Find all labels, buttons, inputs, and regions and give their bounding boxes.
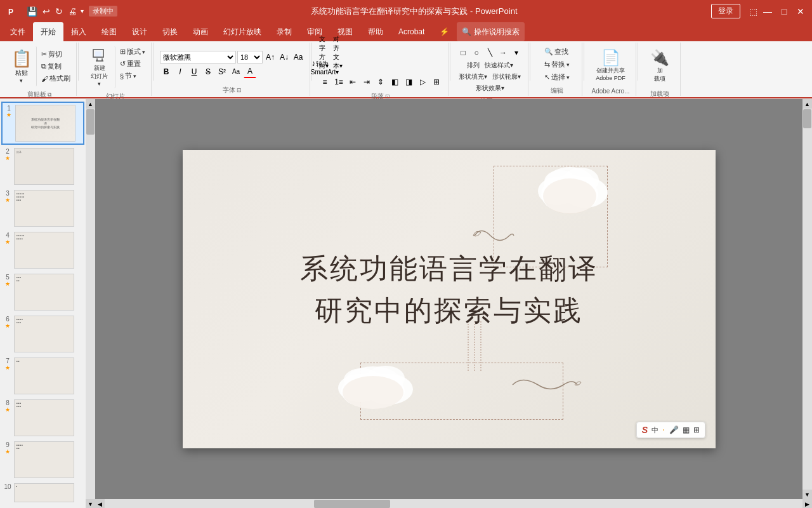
slide-thumb-6[interactable]: 6 ★ ■ ■ ■ ■■ ■ ■ [1,314,84,354]
tab-slideshow[interactable]: 幻灯片放映 [216,22,269,41]
shape-line[interactable]: ╲ [483,46,496,59]
wps-dot-btn[interactable]: · [662,424,665,436]
justify-button[interactable]: ⊞ [430,76,443,88]
slide-thumb-1[interactable]: 1 ★ 系统功能语言学在翻译研究中的探索与实践 [1,102,84,145]
scroll-thumb-v[interactable] [86,109,95,135]
shape-rectangle[interactable]: □ [457,46,469,59]
shape-outline-button[interactable]: 形状轮廓▾ [490,72,523,82]
reset-button[interactable]: ↺重置 [118,58,147,69]
bold-button[interactable]: B [160,65,173,78]
italic-button[interactable]: I [174,65,187,78]
convert-smartart-button[interactable]: ⤸转为SmartArt▾ [318,61,331,74]
font-size-increase[interactable]: A↑ [264,51,277,64]
slide-thumb-4[interactable]: 4 ★ ■ ■ ■ ■ ■■ ■ ■ ■ [1,230,84,271]
font-dialog-icon[interactable]: ⊡ [237,87,242,93]
tab-help[interactable]: 帮助 [360,22,391,41]
col-spacing-button[interactable]: ⇕ [374,76,387,88]
tab-insert[interactable]: 插入 [63,22,94,41]
shape-arrow[interactable]: → [497,46,509,59]
dropdown-icon[interactable]: ▾ [81,8,84,15]
redo-icon[interactable]: ↻ [54,5,64,18]
tab-home[interactable]: 开始 [33,22,63,41]
indent-button[interactable]: ⇥ [360,76,373,88]
align-center-button[interactable]: ◨ [402,76,415,88]
align-right-button[interactable]: ▷ [416,76,429,88]
shape-effects-button[interactable]: 形状效果▾ [474,83,506,93]
tab-lightning[interactable]: ⚡ [432,22,457,41]
h-scroll-thumb[interactable] [314,500,390,508]
print-icon[interactable]: 🖨 [67,5,78,18]
bullet-list-button[interactable]: ≡ [318,76,331,88]
slide-thumb-2[interactable]: 2 ★ 目录 [1,146,84,187]
section-button[interactable]: §节▾ [118,70,147,81]
strikethrough-button[interactable]: S [202,65,214,78]
shape-fill-button[interactable]: 形状填充▾ [457,72,489,82]
create-pdf-button[interactable]: 📄 创建并共享Adobe PDF [592,46,629,84]
shadow-button[interactable]: S² [216,65,228,78]
paste-dropdown-icon[interactable]: ▾ [20,77,23,84]
shape-oval[interactable]: ○ [470,46,483,59]
minimize-button[interactable]: — [761,5,774,18]
font-size-select[interactable]: 18 [237,51,263,64]
h-scroll-track[interactable] [105,499,802,508]
align-left-button[interactable]: ◧ [388,76,401,88]
tab-record[interactable]: 录制 [269,22,299,41]
undo-icon[interactable]: ↩ [41,5,51,18]
select-button[interactable]: ↖选择▾ [542,72,572,83]
scroll-track-v[interactable] [86,109,95,499]
font-name-select[interactable]: 微软雅黑 [160,51,236,64]
font-size-decrease[interactable]: A↓ [278,51,291,64]
wps-toolbar[interactable]: S 中 · 🎤 ▦ ⊞ [636,422,705,438]
slide-thumb-7[interactable]: 7 ★ ■ ■ [1,356,84,396]
canvas-viewport[interactable]: 系统功能语言学在翻译 研究中的探索与实践 S 中 · 🎤 ▦ ⊞ [95,99,802,499]
slide-thumb-8[interactable]: 8 ★ ■ ■ ■■ ■ ■ [1,398,84,438]
close-button[interactable]: ✕ [794,5,807,18]
underline-button[interactable]: U [188,65,200,78]
num-list-button[interactable]: 1≡ [332,76,345,88]
layout-button[interactable]: ⊞版式▾ [118,46,147,57]
tab-draw[interactable]: 绘图 [94,22,124,41]
h-scroll-right[interactable]: ▶ [802,499,812,508]
paste-button[interactable]: 📋 粘贴 ▾ [6,46,37,86]
new-slide-dropdown[interactable]: ▾ [98,81,101,87]
text-direction-button[interactable]: 文字方向▾ [318,46,331,59]
addins-button[interactable]: 🔌 加载项 [645,46,675,86]
ribbon-display-icon[interactable]: ⬚ [749,6,757,17]
search-box[interactable]: 🔍 操作说明搜索 [457,22,525,41]
scroll-down-arrow[interactable]: ▼ [86,499,95,508]
clipboard-dialog-icon[interactable]: ⧉ [48,91,51,98]
wps-grid-btn[interactable]: ▦ [683,425,690,434]
tab-design[interactable]: 设计 [124,22,155,41]
copy-button[interactable]: ⧉复制 [39,61,72,72]
wps-mic-btn[interactable]: 🎤 [669,425,679,434]
wps-chinese-btn[interactable]: 中 [652,425,658,435]
replace-button[interactable]: ⇆替换▾ [542,59,572,70]
main-scroll-down[interactable]: ▼ [802,490,812,499]
slide-thumb-9[interactable]: 9 ★ ■ ■ ■ ■■ ■ [1,439,84,480]
arrange-button[interactable]: 排列 [465,60,481,70]
clear-format-button[interactable]: Aa [292,51,304,64]
outdent-button[interactable]: ⇤ [346,76,359,88]
main-scroll-track[interactable] [802,109,812,490]
shape-more[interactable]: ▾ [510,46,523,59]
tab-transitions[interactable]: 切换 [155,22,185,41]
maximize-button[interactable]: □ [778,5,790,18]
save-icon[interactable]: 💾 [25,5,39,18]
new-slide-button[interactable]: 新建幻灯片 ▾ [84,46,115,88]
align-text-button[interactable]: 对齐文本▾ [332,46,345,59]
wps-menu-btn[interactable]: ⊞ [693,425,700,434]
h-scroll-left[interactable]: ◀ [95,499,105,508]
cut-button[interactable]: ✂剪切 [39,49,72,60]
format-painter-button[interactable]: 🖌格式刷 [39,73,72,84]
slide-thumb-3[interactable]: 3 ★ ■ ■ ■ ■ ■■ ■ ■ ■ ■■ ■ ■ [1,188,84,229]
tab-animations[interactable]: 动画 [185,22,216,41]
main-scroll-thumb[interactable] [803,109,811,128]
font-color-button[interactable]: A [244,65,256,78]
tab-acrobat[interactable]: Acrobat [391,22,432,41]
slide-thumb-10[interactable]: 10 ■ [1,481,84,504]
scroll-up-arrow[interactable]: ▲ [86,99,95,109]
slide-thumb-5[interactable]: 5 ★ ■ ■ ■■ ■ [1,272,84,312]
char-spacing-button[interactable]: Aa [230,65,242,78]
main-scroll-up[interactable]: ▲ [802,99,812,109]
find-button[interactable]: 🔍查找 [542,46,570,57]
